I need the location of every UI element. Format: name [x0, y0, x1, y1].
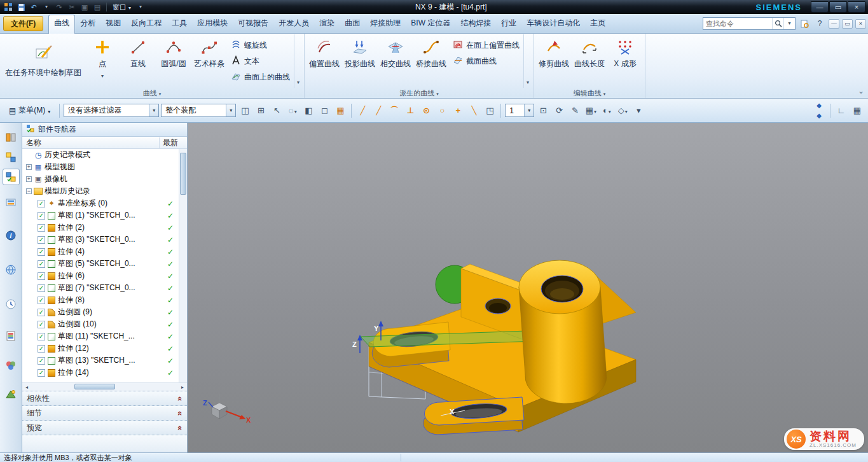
command-finder-icon[interactable]	[798, 17, 811, 30]
tab-surface[interactable]: 曲面	[340, 15, 365, 33]
group-label-derived-curve[interactable]: 派生的曲线	[307, 88, 532, 98]
expander-icon[interactable]	[26, 188, 32, 194]
x-form-button[interactable]: X 成形	[607, 34, 643, 88]
selection-filter-combo[interactable]: 没有选择过滤器	[64, 104, 159, 117]
measure-icon[interactable]: ∟	[834, 103, 848, 118]
hd3d-tools-icon[interactable]: i	[3, 227, 20, 244]
selection-box-icon[interactable]: ⊞	[254, 103, 268, 118]
feature-checkbox[interactable]	[38, 200, 45, 207]
tab-analysis[interactable]: 分析	[75, 15, 100, 33]
horizontal-scrollbar[interactable]: ◂ ▸	[22, 382, 187, 391]
search-icon[interactable]	[772, 18, 783, 29]
undo-icon[interactable]: ↶	[28, 2, 39, 13]
roles-icon[interactable]	[3, 357, 20, 374]
snap-circle-icon[interactable]: ○	[435, 103, 449, 118]
feature-checkbox[interactable]	[38, 297, 45, 304]
feature-checkbox[interactable]	[38, 333, 45, 340]
feature-checkbox[interactable]	[38, 369, 45, 377]
titlebar[interactable]: ↶ ↷ ✂ ▣ ▤ 窗口 NX 9 - 建模 - [tu4.prt] SIEME…	[0, 0, 868, 14]
grid-display-icon[interactable]: ▦	[584, 103, 598, 118]
curve-on-surface-button[interactable]: 曲面上的曲线	[227, 69, 294, 85]
mdi-restore-button[interactable]: ▭	[842, 19, 853, 29]
wireframe-view-icon[interactable]: ◻	[317, 103, 331, 118]
studio-spline-button[interactable]: 艺术样条	[191, 34, 227, 88]
part-model[interactable]	[361, 260, 636, 435]
panel-dependencies[interactable]: 相依性	[22, 391, 187, 405]
scrollbar-thumb[interactable]	[180, 153, 186, 195]
fit-view-icon[interactable]: ⟳	[552, 103, 566, 118]
snap-perpendicular-icon[interactable]: ⊥	[403, 103, 417, 118]
feature-checkbox[interactable]	[38, 284, 45, 292]
shaded-view-icon[interactable]: ◧	[301, 103, 315, 118]
panel-preview[interactable]: 预览	[22, 420, 187, 435]
snap-intersection-icon[interactable]: +	[451, 103, 465, 118]
expand-chevron-icon[interactable]	[178, 409, 183, 418]
arc-circle-button[interactable]: 圆弧/圆	[156, 34, 191, 88]
history-icon[interactable]	[3, 296, 20, 312]
extra-tools-icon[interactable]: ▦	[850, 103, 864, 118]
snap-center-icon[interactable]: ⊙	[419, 103, 433, 118]
tab-curve[interactable]: 曲线	[48, 15, 75, 34]
tab-view[interactable]: 视图	[100, 15, 126, 33]
tab-vehicle-design-automation[interactable]: 车辆设计自动化	[521, 15, 585, 33]
offset-curve-button[interactable]: 偏置曲线	[307, 34, 342, 88]
selection-scope-combo[interactable]: 整个装配	[161, 104, 236, 117]
ribbon-overflow-icon[interactable]: ⌄	[854, 34, 868, 98]
offset-curve-in-face-button[interactable]: 在面上偏置曲线	[449, 38, 523, 53]
helix-button[interactable]: 螺旋线	[227, 38, 294, 53]
paste-icon[interactable]: ▤	[92, 2, 103, 13]
group-label-edit-curve[interactable]: 编辑曲线	[536, 88, 643, 98]
true-shading-icon[interactable]: ▦	[333, 103, 347, 118]
window-menu-button[interactable]: 窗口	[110, 2, 134, 13]
scroll-left-icon[interactable]: ◂	[22, 383, 31, 391]
project-curve-button[interactable]: 投影曲线	[342, 34, 378, 88]
vertical-scrollbar[interactable]	[179, 149, 187, 382]
tree-row-feature[interactable]: 基准坐标系 (0)	[22, 197, 179, 209]
tree-row-feature[interactable]: 拉伸 (12)	[22, 342, 179, 354]
bridge-curve-button[interactable]: 桥接曲线	[413, 34, 449, 88]
combo-arrow-icon[interactable]	[524, 104, 534, 116]
system-scenes-icon[interactable]	[3, 386, 20, 403]
feature-checkbox[interactable]	[38, 236, 45, 244]
tab-industry[interactable]: 行业	[496, 15, 521, 33]
work-layer-combo[interactable]: 1	[505, 104, 534, 117]
feature-checkbox[interactable]	[38, 224, 45, 232]
tree-row-feature[interactable]: 草图 (13) "SKETCH_...	[22, 354, 179, 367]
snap-face-icon[interactable]: ◳	[483, 103, 497, 118]
tree-row-feature[interactable]: 拉伸 (6)	[22, 270, 179, 282]
part-navigator-header[interactable]: 部件导航器	[22, 123, 187, 137]
view-cube-icon[interactable]: ◆	[812, 101, 826, 110]
file-menu-button[interactable]: 文件(F)	[3, 16, 43, 31]
expand-chevron-icon[interactable]	[178, 423, 183, 433]
section-curve-button[interactable]: 截面曲线	[449, 53, 523, 69]
graphics-window[interactable]: Y Z X X Z	[188, 123, 868, 452]
search-options-icon[interactable]	[783, 18, 795, 29]
feature-checkbox[interactable]	[38, 248, 45, 256]
save-icon[interactable]	[15, 2, 27, 13]
command-search-input[interactable]	[703, 18, 772, 29]
web-browser-icon[interactable]	[3, 262, 20, 278]
maximize-button[interactable]: ▭	[829, 1, 847, 13]
constraint-navigator-icon[interactable]	[3, 149, 20, 165]
tab-structure-weld[interactable]: 结构焊接	[455, 15, 496, 33]
tree-row-feature[interactable]: 边倒圆 (9)	[22, 306, 179, 318]
tab-developer[interactable]: 开发人员	[273, 15, 314, 33]
tree-row-feature[interactable]: 拉伸 (4)	[22, 246, 179, 258]
tree-row-model-views[interactable]: 模型视图	[22, 161, 179, 173]
tree-row-feature[interactable]: 草图 (11) "SKETCH_...	[22, 330, 179, 342]
tab-weld-assistant[interactable]: 焊接助理	[365, 15, 406, 33]
close-button[interactable]: ×	[848, 1, 865, 13]
tree-row-cameras[interactable]: 摄像机	[22, 173, 179, 185]
undo-dropdown-icon[interactable]	[41, 2, 52, 13]
snap-tangent-icon[interactable]: ⌒	[387, 103, 401, 118]
column-status[interactable]: 最新	[159, 137, 187, 148]
tab-tools[interactable]: 工具	[167, 15, 192, 33]
tab-biw-locator[interactable]: BIW 定位器	[406, 15, 455, 33]
tree-row-feature[interactable]: 拉伸 (14)	[22, 367, 179, 379]
curve-length-button[interactable]: 曲线长度	[572, 34, 607, 88]
select-cursor-icon[interactable]: ↖	[270, 103, 284, 118]
sketch-in-task-environment-button[interactable]: 在任务环境中绘制草图	[2, 34, 85, 88]
feature-checkbox[interactable]	[38, 321, 45, 328]
mdi-minimize-button[interactable]: —	[829, 19, 839, 29]
scrollbar-thumb[interactable]	[74, 384, 115, 389]
